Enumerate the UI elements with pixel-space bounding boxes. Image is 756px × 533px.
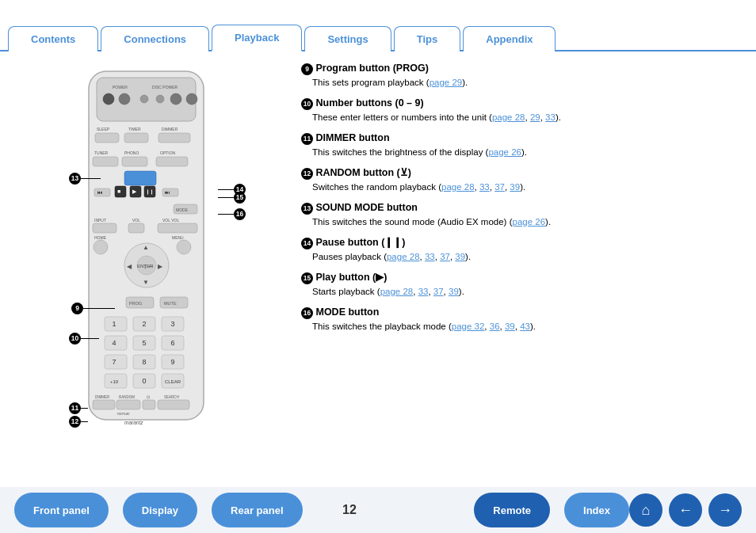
- item-15: 15 Play button (▶) Starts playback (page…: [301, 270, 740, 299]
- back-button[interactable]: ←: [669, 493, 702, 527]
- item-10: 10 Number buttons (0 – 9) These enter le…: [301, 96, 740, 124]
- num-14: 14: [301, 238, 313, 249]
- svg-rect-40: [93, 223, 116, 233]
- home-icon: ⌂: [642, 502, 651, 519]
- front-panel-button[interactable]: Front panel: [14, 493, 109, 527]
- tab-connections[interactable]: Connections: [101, 26, 209, 51]
- svg-text:REPEAT: REPEAT: [117, 412, 130, 416]
- svg-text:PROG: PROG: [129, 301, 142, 306]
- svg-text:VOL VOL: VOL VOL: [162, 218, 179, 223]
- bottom-right-icons: ⌂ ← →: [629, 493, 742, 527]
- svg-rect-15: [158, 133, 190, 143]
- item-13: 13 SOUND MODE button This switches the s…: [301, 200, 740, 229]
- remote-control-image: POWER DISC POWER SLEEP TIMER DIMMER TUNE…: [85, 63, 208, 428]
- tab-appendix[interactable]: Appendix: [463, 26, 556, 51]
- svg-text:OPTION: OPTION: [160, 150, 176, 155]
- svg-point-7: [156, 95, 164, 103]
- svg-text:3: 3: [170, 320, 174, 328]
- svg-text:INPUT: INPUT: [94, 218, 106, 223]
- svg-rect-20: [122, 157, 147, 166]
- remote-area: POWER DISC POWER SLEEP TIMER DIMMER TUNE…: [0, 51, 293, 487]
- svg-point-4: [103, 93, 114, 105]
- svg-point-46: [177, 240, 191, 254]
- callout-10: 10: [69, 333, 99, 345]
- num-9: 9: [301, 63, 313, 75]
- svg-text:▼: ▼: [143, 279, 149, 286]
- callout-13: 13: [69, 173, 101, 185]
- index-button[interactable]: Index: [564, 493, 629, 527]
- svg-text:HOME: HOME: [94, 235, 107, 240]
- tab-contents[interactable]: Contents: [8, 26, 98, 51]
- item-12: 12 RANDOM button (⊻) Switches the random…: [301, 166, 740, 194]
- callout-15: 15: [218, 192, 246, 204]
- svg-text:DIMMER: DIMMER: [95, 395, 110, 399]
- svg-text:⏭: ⏭: [165, 190, 170, 195]
- svg-rect-42: [158, 223, 197, 233]
- svg-text:DISC POWER: DISC POWER: [152, 85, 178, 89]
- page-number: 12: [239, 503, 460, 517]
- svg-point-8: [170, 93, 181, 105]
- svg-text:DIMMER: DIMMER: [162, 127, 178, 131]
- callout-12: 12: [69, 416, 88, 428]
- svg-rect-90: [158, 400, 189, 409]
- svg-text:◀: ◀: [127, 263, 132, 270]
- svg-text:SEARCH: SEARCH: [164, 395, 179, 399]
- svg-text:▶: ▶: [158, 263, 163, 270]
- svg-rect-87: [93, 400, 115, 409]
- svg-rect-89: [143, 400, 155, 409]
- main-content: POWER DISC POWER SLEEP TIMER DIMMER TUNE…: [0, 51, 756, 487]
- forward-icon: →: [718, 502, 732, 519]
- svg-text:9: 9: [170, 358, 174, 366]
- tab-tips[interactable]: Tips: [394, 26, 461, 51]
- svg-text:ENTER: ENTER: [137, 264, 154, 268]
- svg-text:CLEAR: CLEAR: [165, 379, 181, 384]
- item-9: 9 Program button (PROG) This sets progra…: [301, 61, 740, 89]
- svg-rect-19: [93, 157, 118, 166]
- svg-rect-41: [128, 223, 144, 233]
- svg-point-6: [140, 95, 148, 103]
- svg-text:0: 0: [142, 377, 146, 385]
- svg-text:▲: ▲: [143, 244, 149, 251]
- svg-text:POWER: POWER: [113, 85, 128, 89]
- display-button[interactable]: Display: [123, 493, 197, 527]
- svg-point-5: [119, 93, 130, 105]
- num-16: 16: [301, 307, 313, 319]
- svg-text:marantz: marantz: [124, 420, 143, 425]
- item-16: 16 MODE button This switches the playbac…: [301, 305, 740, 333]
- remote-button[interactable]: Remote: [474, 493, 550, 527]
- tab-settings[interactable]: Settings: [304, 26, 391, 51]
- svg-text:RANDOM: RANDOM: [119, 395, 135, 399]
- svg-text:TUNER: TUNER: [94, 150, 109, 155]
- svg-text:8: 8: [142, 358, 146, 366]
- num-10: 10: [301, 98, 313, 110]
- svg-text:MENU: MENU: [172, 235, 184, 240]
- bottom-nav: Front panel Display Rear panel 12 Remote…: [0, 487, 756, 533]
- svg-text:SLEEP: SLEEP: [97, 127, 110, 131]
- forward-button[interactable]: →: [708, 493, 742, 527]
- svg-text:■: ■: [117, 188, 120, 194]
- svg-text:MODE: MODE: [176, 207, 189, 212]
- item-14: 14 Pause button (❙❙) Pauses playback (pa…: [301, 235, 740, 264]
- callout-11: 11: [69, 402, 88, 414]
- svg-rect-14: [124, 133, 148, 143]
- svg-text:7: 7: [112, 358, 116, 366]
- svg-rect-88: [116, 400, 140, 409]
- num-11: 11: [301, 133, 313, 145]
- home-button[interactable]: ⌂: [629, 493, 662, 527]
- num-15: 15: [301, 272, 313, 284]
- svg-text:⊡: ⊡: [147, 395, 150, 399]
- svg-rect-25: [94, 188, 110, 196]
- num-13: 13: [301, 203, 313, 215]
- back-icon: ←: [678, 502, 693, 519]
- svg-rect-24: [124, 171, 156, 185]
- svg-text:2: 2: [142, 320, 146, 328]
- num-12: 12: [301, 168, 313, 180]
- svg-text:+10: +10: [110, 379, 119, 384]
- svg-text:MUTE: MUTE: [164, 301, 177, 306]
- callout-9: 9: [71, 303, 115, 314]
- item-11: 11 DIMMER button This switches the brigh…: [301, 131, 740, 159]
- svg-point-45: [94, 240, 108, 254]
- svg-rect-21: [156, 157, 188, 166]
- tab-playback[interactable]: Playback: [212, 25, 302, 51]
- svg-text:❙❙: ❙❙: [146, 189, 154, 195]
